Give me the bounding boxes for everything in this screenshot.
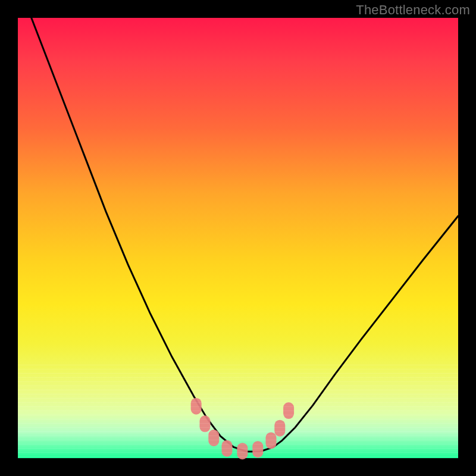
curve-marker bbox=[191, 398, 202, 415]
curve-marker bbox=[274, 420, 285, 437]
curve-marker bbox=[266, 432, 277, 449]
chart-svg bbox=[18, 18, 458, 458]
curve-marker bbox=[283, 402, 294, 419]
curve-marker bbox=[252, 441, 263, 458]
curve-marker bbox=[222, 440, 233, 457]
bottleneck-curve bbox=[18, 0, 458, 452]
curve-markers bbox=[191, 398, 294, 460]
watermark-text: TheBottleneck.com bbox=[356, 2, 470, 18]
chart-frame: TheBottleneck.com bbox=[0, 0, 476, 476]
curve-line bbox=[18, 0, 458, 452]
curve-marker bbox=[200, 415, 211, 432]
plot-area bbox=[18, 18, 458, 458]
curve-marker bbox=[208, 430, 219, 446]
curve-marker bbox=[237, 443, 248, 459]
